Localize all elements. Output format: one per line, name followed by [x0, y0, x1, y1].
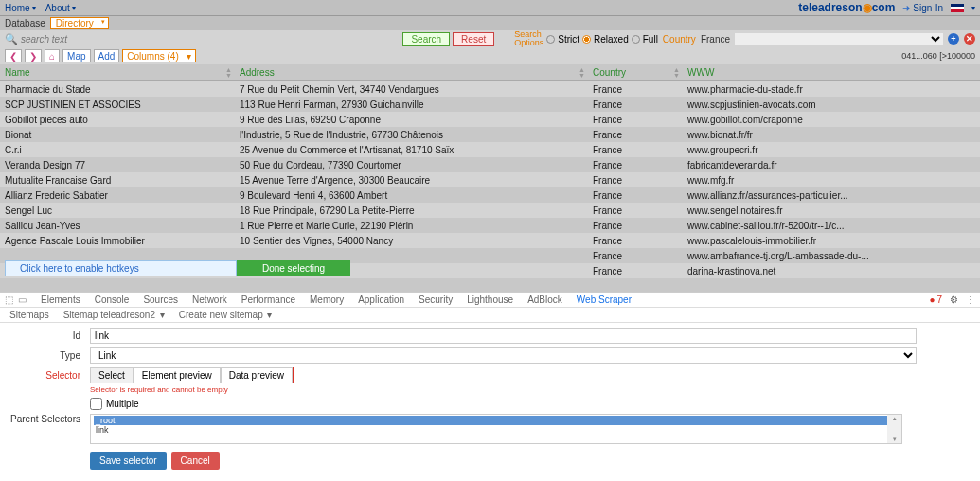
cell-name: Sengel Luc: [0, 205, 240, 216]
element-preview-button[interactable]: Element preview: [134, 367, 221, 383]
selector-input[interactable]: [293, 367, 294, 383]
directory-dropdown[interactable]: Directory: [50, 17, 109, 29]
table-row[interactable]: Mutualite Francaise Gard15 Avenue Terre …: [0, 172, 980, 187]
devtools-tab[interactable]: Application: [358, 294, 404, 305]
error-count[interactable]: ●7: [929, 294, 942, 305]
database-label: Database: [5, 18, 45, 28]
search-input[interactable]: [21, 34, 210, 45]
create-sitemap-tab[interactable]: Create new sitemap ▾: [179, 310, 273, 320]
id-input[interactable]: [90, 328, 917, 344]
col-country-header[interactable]: Country▲▼: [593, 67, 687, 78]
type-label: Type: [9, 350, 80, 361]
cell-country: France: [593, 84, 687, 95]
more-icon[interactable]: ⋮: [966, 294, 975, 305]
strict-radio[interactable]: Strict: [546, 34, 579, 45]
current-sitemap-tab[interactable]: Sitemap teleadreson2 ▾: [63, 310, 165, 320]
add-button[interactable]: Add: [94, 49, 120, 62]
save-selector-button[interactable]: Save selector: [90, 452, 167, 470]
col-name-header[interactable]: Name▲▼: [0, 67, 240, 78]
sort-icon: ▲▼: [225, 67, 232, 79]
cell-www: www.ambafrance-tj.org/L-ambassade-du-...: [687, 251, 980, 261]
scrollbar[interactable]: ▴▾: [887, 415, 901, 443]
signin-link[interactable]: ➜Sign-In: [902, 3, 943, 13]
settings-icon[interactable]: ⚙: [950, 294, 958, 305]
cell-address: 10 Sentier des Vignes, 54000 Nancy: [240, 236, 593, 246]
about-menu[interactable]: About▾: [45, 3, 76, 13]
devtools-tab[interactable]: Lighthouse: [467, 294, 513, 305]
search-button[interactable]: Search: [402, 32, 450, 46]
prev-button[interactable]: ❮: [5, 49, 22, 62]
cell-www: www.sengel.notaires.fr: [687, 205, 980, 216]
cell-www: www.bionat.fr/fr: [687, 130, 980, 140]
cell-www: fabricantdeveranda.fr: [687, 160, 980, 170]
cell-name: Pharmacie du Stade: [0, 84, 240, 95]
devtools-tab[interactable]: Memory: [310, 294, 344, 305]
selector-error: Selector is required and cannot be empty: [90, 385, 971, 394]
parent-selectors-label: Parent Selectors: [9, 414, 80, 424]
full-radio[interactable]: Full: [632, 34, 658, 45]
next-button[interactable]: ❯: [25, 49, 42, 62]
selector-form: Id Type Link Selector Select Element pre…: [0, 323, 980, 474]
col-www-header[interactable]: WWW: [687, 67, 980, 78]
type-select[interactable]: Link: [90, 347, 917, 364]
columns-dropdown[interactable]: Columns (4) ▾: [122, 49, 196, 62]
table-row[interactable]: Bionatl'Industrie, 5 Rue de l'Industrie,…: [0, 127, 980, 142]
multiple-checkbox[interactable]: [90, 398, 102, 410]
cell-country: France: [593, 115, 687, 125]
devtools-tab[interactable]: Console: [95, 294, 130, 305]
hotkey-toast[interactable]: Click here to enable hotkeys: [5, 260, 237, 276]
flag-icon[interactable]: [951, 4, 964, 12]
sitemaps-tab[interactable]: Sitemaps: [9, 310, 49, 320]
devtools-tab[interactable]: Sources: [143, 294, 178, 305]
map-button[interactable]: Map: [62, 49, 90, 62]
devtools-tab[interactable]: Performance: [241, 294, 295, 305]
home-button[interactable]: ⌂: [45, 49, 60, 62]
cell-country: France: [593, 266, 687, 276]
devtools-panel: ⬚ ▭ ElementsConsoleSourcesNetworkPerform…: [0, 292, 980, 481]
table-row[interactable]: Agence Pascale Louis Immobilier10 Sentie…: [0, 233, 980, 248]
table-row[interactable]: Sengel Luc18 Rue Principale, 67290 La Pe…: [0, 203, 980, 218]
parent-link-item[interactable]: link: [94, 425, 899, 435]
done-selecting-button[interactable]: Done selecting: [237, 260, 350, 276]
cell-country: France: [593, 221, 687, 231]
chevron-down-icon: ▾: [72, 4, 76, 12]
table-row[interactable]: Allianz Frederic Sabatier9 Boulevard Hen…: [0, 187, 980, 203]
devtools-tab[interactable]: Network: [192, 294, 227, 305]
inspect-icon[interactable]: ⬚: [5, 294, 13, 305]
add-icon[interactable]: +: [948, 33, 959, 45]
parent-root-item[interactable]: _root: [94, 416, 899, 425]
top-bar: Home▾ About▾ teleadreson◉com ➜Sign-In ▾: [0, 0, 980, 15]
sort-icon: ▲▼: [673, 67, 680, 79]
country-label: Country: [663, 34, 696, 45]
device-icon[interactable]: ▭: [18, 294, 27, 305]
search-options-label: SearchOptions: [514, 30, 543, 47]
country-select[interactable]: [735, 33, 943, 45]
home-menu[interactable]: Home▾: [5, 3, 36, 13]
multiple-label: Multiple: [106, 399, 138, 409]
devtools-tab[interactable]: Security: [419, 294, 453, 305]
parent-selectors-box[interactable]: _root link ▴▾: [90, 414, 902, 444]
reset-button[interactable]: Reset: [453, 32, 494, 46]
database-bar: Database Directory: [0, 15, 980, 30]
id-label: Id: [9, 330, 80, 341]
cell-www: www.allianz.fr/assurances-particulier...: [687, 190, 980, 201]
pager-text: 041...060 [>100000: [901, 51, 975, 61]
table-row[interactable]: SCP JUSTINIEN ET ASSOCIES113 Rue Henri F…: [0, 97, 980, 112]
table-row[interactable]: Gobillot pieces auto9 Rue des Lilas, 692…: [0, 112, 980, 127]
remove-icon[interactable]: ✕: [964, 33, 975, 45]
col-address-header[interactable]: Address▲▼: [240, 67, 593, 78]
table-row[interactable]: Veranda Design 7750 Rue du Cordeau, 7739…: [0, 157, 980, 172]
cancel-button[interactable]: Cancel: [171, 452, 220, 470]
relaxed-radio[interactable]: Relaxed: [582, 34, 629, 45]
select-button[interactable]: Select: [90, 367, 134, 383]
cell-name: Mutualite Francaise Gard: [0, 175, 240, 186]
devtools-tab[interactable]: AdBlock: [527, 294, 562, 305]
devtools-tab[interactable]: Web Scraper: [577, 294, 632, 305]
cell-country: France: [593, 190, 687, 201]
table-row[interactable]: Salliou Jean-Yves1 Rue Pierre et Marie C…: [0, 218, 980, 233]
devtools-tab[interactable]: Elements: [41, 294, 80, 305]
table-row[interactable]: Pharmacie du Stade7 Rue du Petit Chemin …: [0, 81, 980, 97]
table-row[interactable]: C.r.i25 Avenue du Commerce et l'Artisana…: [0, 142, 980, 157]
data-preview-button[interactable]: Data preview: [221, 367, 293, 383]
cell-name: SCP JUSTINIEN ET ASSOCIES: [0, 99, 240, 110]
